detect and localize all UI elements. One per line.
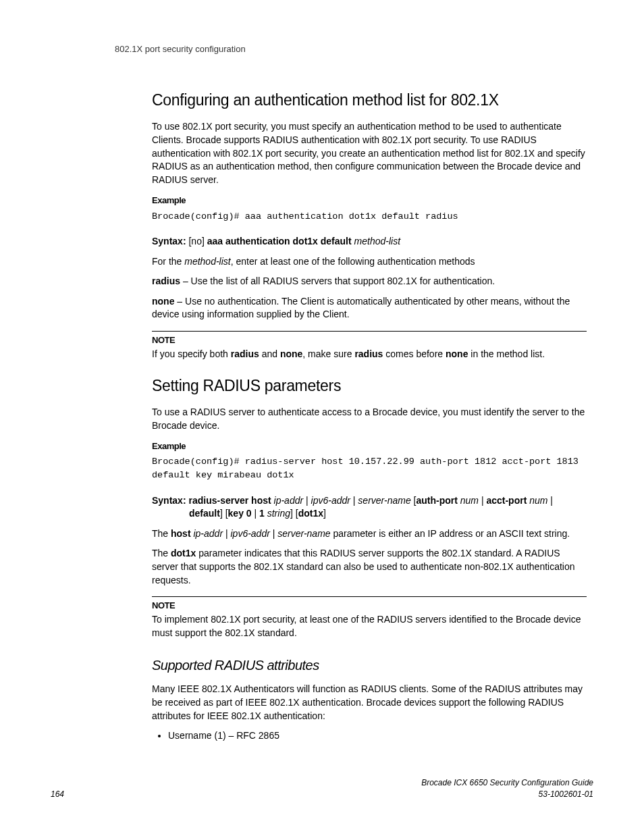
note-body: To implement 802.1X port security, at le…	[152, 613, 587, 640]
paragraph: radius – Use the list of all RADIUS serv…	[152, 275, 587, 288]
paragraph: none – Use no authentication. The Client…	[152, 295, 587, 321]
paragraph: For the method-list, enter at least one …	[152, 255, 587, 269]
example-label: Example	[152, 440, 587, 452]
page-footer: 164 Brocade ICX 6650 Security Configurat…	[51, 777, 593, 800]
code-block: Brocade(config)# radius-server host 10.1…	[152, 455, 587, 481]
running-header: 802.1X port security configuration	[115, 43, 593, 55]
note-label: NOTE	[152, 334, 587, 346]
paragraph: Many IEEE 802.1X Authenticators will fun…	[152, 683, 587, 723]
example-label: Example	[152, 194, 587, 207]
page: 802.1X port security configuration Confi…	[0, 0, 644, 834]
bullet-list: Username (1) – RFC 2865	[152, 729, 587, 743]
footer-right: Brocade ICX 6650 Security Configuration …	[421, 777, 593, 800]
heading-supported-attrs: Supported RADIUS attributes	[152, 656, 587, 675]
note-block: NOTE If you specify both radius and none…	[152, 331, 587, 361]
note-body: If you specify both radius and none, mak…	[152, 348, 587, 361]
syntax-cmd: aaa authentication dot1x default	[207, 236, 352, 246]
paragraph: To use a RADIUS server to authenticate a…	[152, 406, 587, 432]
paragraph: To use 802.1X port security, you must sp…	[152, 120, 587, 186]
syntax-no: no	[191, 236, 202, 246]
syntax-line: Syntax: radius-server host ip-addr | ipv…	[152, 494, 587, 521]
syntax-label: Syntax:	[152, 236, 186, 246]
list-item: Username (1) – RFC 2865	[168, 729, 587, 743]
syntax-arg: method-list	[354, 236, 400, 246]
doc-title: Brocade ICX 6650 Security Configuration …	[421, 777, 593, 789]
note-label: NOTE	[152, 600, 587, 612]
syntax-label: Syntax:	[152, 495, 186, 506]
paragraph: The dot1x parameter indicates that this …	[152, 547, 587, 587]
page-number: 164	[51, 789, 64, 800]
term-none: none	[152, 296, 174, 307]
heading-radius-params: Setting RADIUS parameters	[152, 375, 587, 396]
code-block: Brocade(config)# aaa authentication dot1…	[152, 210, 587, 224]
doc-number: 53-1002601-01	[421, 789, 593, 800]
note-block: NOTE To implement 802.1X port security, …	[152, 596, 587, 640]
content-area: Configuring an authentication method lis…	[152, 89, 587, 743]
paragraph: The host ip-addr | ipv6-addr | server-na…	[152, 527, 587, 541]
heading-config-auth: Configuring an authentication method lis…	[152, 89, 587, 111]
syntax-line: Syntax: [no] aaa authentication dot1x de…	[152, 235, 587, 249]
term-radius: radius	[152, 276, 180, 286]
